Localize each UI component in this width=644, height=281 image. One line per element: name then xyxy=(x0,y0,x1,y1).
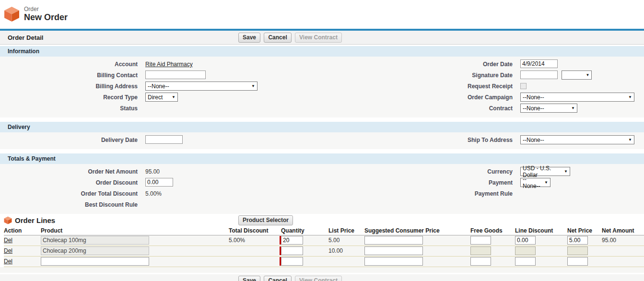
payment-label: Payment xyxy=(333,177,513,186)
chevron-down-icon: ▼ xyxy=(564,169,568,174)
order-lines-body: Del 5.00% 5.00 95.00 Del 10.00 Del xyxy=(4,235,644,267)
order-discount-input[interactable] xyxy=(145,178,173,187)
field-row: Account Rite Aid Pharmacy Order Date xyxy=(0,59,644,70)
order-discount-label: Order Discount xyxy=(0,177,138,186)
quantity-input[interactable] xyxy=(281,236,303,245)
cancel-button-bottom[interactable]: Cancel xyxy=(264,276,291,281)
net-price-input[interactable] xyxy=(567,236,588,245)
signature-date-input[interactable] xyxy=(520,70,558,79)
field-row: Status Contract --None-- ▼ xyxy=(0,103,644,114)
order-campaign-select[interactable]: --None-- ▼ xyxy=(520,93,634,102)
free-goods-input[interactable] xyxy=(470,257,491,266)
del-link[interactable]: Del xyxy=(4,237,12,244)
line-discount-input[interactable] xyxy=(515,257,536,266)
net-amount-value xyxy=(602,246,644,256)
request-receipt-checkbox[interactable] xyxy=(520,83,527,89)
contract-select[interactable]: --None-- ▼ xyxy=(520,104,577,113)
order-net-amount-value: 95.00 xyxy=(145,166,160,175)
order-total-discount-value: 5.00% xyxy=(145,188,162,197)
col-total-discount: Total Discount xyxy=(229,227,280,235)
order-line-row: Del 5.00% 5.00 95.00 xyxy=(4,235,644,246)
chevron-down-icon: ▼ xyxy=(628,138,632,142)
col-suggested-consumer-price: Suggested Consumer Price xyxy=(364,227,470,235)
new-order-page: Order New Order Order Detail Save Cancel… xyxy=(0,0,644,281)
chevron-down-icon: ▼ xyxy=(544,180,548,185)
best-discount-rule-label: Best Discount Rule xyxy=(0,199,138,208)
product-input[interactable] xyxy=(41,257,149,266)
suggested-consumer-price-input[interactable] xyxy=(364,236,423,245)
ship-to-address-select[interactable]: --None-- ▼ xyxy=(520,135,634,144)
field-row: Billing Contact Signature Date ▼ xyxy=(0,70,644,81)
signature-date-label: Signature Date xyxy=(333,70,513,79)
information-section: Information Account Rite Aid Pharmacy Or… xyxy=(0,46,644,117)
contract-label: Contract xyxy=(333,103,513,112)
billing-address-select[interactable]: --None-- ▼ xyxy=(145,82,258,91)
col-net-price: Net Price xyxy=(567,227,602,235)
order-line-row: Del 10.00 xyxy=(4,246,644,256)
information-section-title: Information xyxy=(0,46,644,57)
del-link[interactable]: Del xyxy=(4,247,12,254)
account-label: Account xyxy=(0,59,138,68)
save-button-bottom[interactable]: Save xyxy=(238,276,260,281)
quantity-input[interactable] xyxy=(281,246,303,255)
status-label: Status xyxy=(0,103,138,112)
col-quantity: Quantity xyxy=(280,227,328,235)
chevron-down-icon: ▼ xyxy=(172,95,176,99)
totals-payment-section: Totals & Payment Order Net Amount 95.00 … xyxy=(0,153,644,214)
object-label: Order xyxy=(24,6,68,12)
net-price-input[interactable] xyxy=(567,257,588,266)
order-lines-header: Order Lines Product Selector xyxy=(0,214,644,227)
product-input xyxy=(41,246,149,255)
line-discount-input[interactable] xyxy=(515,236,536,245)
col-line-discount: Line Discount xyxy=(515,227,567,235)
chevron-down-icon: ▼ xyxy=(628,95,632,99)
net-price-input xyxy=(567,246,588,255)
col-product: Product xyxy=(41,227,229,235)
line-discount-input xyxy=(515,246,536,255)
col-net-amount: Net Amount xyxy=(602,227,644,235)
order-cube-icon xyxy=(4,6,20,22)
record-type-select[interactable]: Direct ▼ xyxy=(145,93,178,102)
col-list-price: List Price xyxy=(328,227,364,235)
top-button-row: Save Cancel View Contract xyxy=(238,33,344,43)
page-titles: Order New Order xyxy=(24,6,68,23)
payment-rule-label: Payment Rule xyxy=(333,188,513,197)
product-selector-button[interactable]: Product Selector xyxy=(238,215,293,225)
net-amount-value: 95.00 xyxy=(602,235,644,246)
quantity-input[interactable] xyxy=(281,257,303,266)
total-discount-value xyxy=(229,256,280,267)
delivery-section: Delivery Delivery Date Ship To Address -… xyxy=(0,122,644,149)
list-price-value xyxy=(328,256,364,267)
order-detail-block: Order Detail Save Cancel View Contract I… xyxy=(0,29,644,281)
delivery-date-input[interactable] xyxy=(145,135,183,144)
col-free-goods: Free Goods xyxy=(470,227,515,235)
block-title: Order Detail xyxy=(8,34,43,41)
cancel-button[interactable]: Cancel xyxy=(264,33,291,43)
totals-payment-section-body: Order Net Amount 95.00 Currency USD - U.… xyxy=(0,164,644,214)
free-goods-input xyxy=(470,246,491,255)
total-discount-value: 5.00% xyxy=(229,235,280,246)
delivery-date-label: Delivery Date xyxy=(0,135,138,143)
account-link[interactable]: Rite Aid Pharmacy xyxy=(145,59,193,68)
list-price-value: 5.00 xyxy=(328,235,364,246)
suggested-consumer-price-input[interactable] xyxy=(364,246,423,255)
free-goods-input[interactable] xyxy=(470,236,491,245)
order-lines-table: Action Product Total Discount Quantity L… xyxy=(4,227,644,267)
del-link[interactable]: Del xyxy=(4,258,12,265)
order-line-row: Del xyxy=(4,256,644,267)
order-lines-footer-strip xyxy=(0,267,644,273)
billing-contact-input[interactable] xyxy=(145,70,206,79)
field-row: Best Discount Rule xyxy=(0,199,644,211)
order-date-input[interactable] xyxy=(520,59,558,68)
field-row: Record Type Direct ▼ Order Campaign --No… xyxy=(0,92,644,103)
currency-select[interactable]: USD - U.S. Dollar ▼ xyxy=(520,167,570,176)
save-button[interactable]: Save xyxy=(238,33,260,43)
signature-time-select[interactable]: ▼ xyxy=(562,70,592,80)
field-row: Billing Address --None-- ▼ Request Recei… xyxy=(0,81,644,92)
payment-select[interactable]: --None-- ▼ xyxy=(520,178,550,187)
suggested-consumer-price-input[interactable] xyxy=(364,257,423,266)
page-title: New Order xyxy=(24,12,68,23)
order-lines-title-wrap: Order Lines xyxy=(4,216,55,224)
chevron-down-icon: ▼ xyxy=(251,84,255,88)
total-discount-value xyxy=(229,246,280,256)
